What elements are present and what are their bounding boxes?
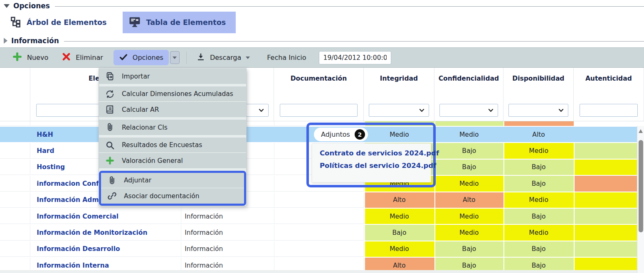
menu-item-label: Relacionar CIs	[122, 124, 168, 131]
cell-autenticidad	[574, 192, 644, 208]
column-header-autenticidad[interactable]: Autenticidad	[574, 68, 644, 100]
cell-select[interactable]	[0, 176, 30, 191]
filter-select-confidencialidad[interactable]	[439, 104, 498, 117]
eliminar-button[interactable]: Eliminar	[56, 50, 109, 65]
menu-item[interactable]: Calcular Dimensiones Acumuladas	[99, 86, 246, 102]
section-informacion: Información	[0, 36, 644, 46]
menu-item-label: Calcular AR	[122, 106, 159, 113]
chevron-down-icon	[487, 107, 494, 114]
section-title: Información	[11, 37, 59, 45]
cell-autenticidad	[574, 127, 644, 142]
table-row[interactable]: Información AdmiAltoAltoMedio	[0, 192, 644, 209]
monitor-icon	[128, 15, 141, 30]
column-header-disponibilidad[interactable]: Disponibilidad	[503, 68, 573, 100]
column-header-integridad[interactable]: Integridad	[364, 68, 434, 100]
cell-autenticidad	[574, 121, 644, 126]
menu-item[interactable]: Relacionar CIs	[99, 120, 246, 135]
cell-elemento[interactable]: Información Comercial	[30, 209, 181, 224]
column-header-confidencialidad[interactable]: Confidencialidad	[434, 68, 504, 100]
filter-input-autenticidad[interactable]	[580, 104, 638, 117]
vertical-scrollbar[interactable]	[637, 126, 644, 273]
cell-autenticidad	[574, 176, 644, 191]
menu-item[interactable]: Importar	[99, 69, 246, 84]
cell-select[interactable]	[0, 209, 30, 224]
menu-item[interactable]: Valoración General	[99, 153, 246, 168]
cell-categoria: Información	[181, 209, 274, 224]
cell-integridad: Bajo	[364, 225, 434, 240]
attachment-link[interactable]: Contrato de servicios 2024.pdf	[320, 149, 431, 157]
table-filter-row	[0, 100, 644, 121]
nuevo-button[interactable]: Nuevo	[7, 50, 54, 65]
descarga-button[interactable]: Descarga	[191, 50, 255, 65]
collapse-arrow-icon[interactable]	[4, 4, 10, 8]
cell-integridad: Medio	[364, 209, 434, 224]
filter-select-disponibilidad[interactable]	[508, 104, 568, 117]
cell-select[interactable]	[0, 225, 30, 240]
cell-elemento[interactable]: Información Desarrollo	[30, 241, 181, 257]
menu-group: Calcular Dimensiones AcumuladasCalcular …	[99, 86, 246, 117]
table-header-row: Elemento Categoría Documentación Integri…	[0, 68, 644, 100]
cell-disponibilidad: Medio	[503, 143, 573, 158]
check-icon	[119, 52, 128, 63]
table-row[interactable]: Información DesarrolloInformaciónMedioBa…	[0, 241, 644, 258]
menu-item-label: Valoración General	[122, 157, 183, 165]
attachment-link[interactable]: Políticas del servicio 2024.pdf	[320, 162, 431, 170]
column-header-documentacion[interactable]: Documentación	[274, 68, 364, 100]
chevron-down-icon	[418, 107, 425, 114]
x-icon	[62, 52, 71, 63]
cell-select[interactable]	[0, 127, 30, 142]
table-bottom-strip	[0, 270, 637, 273]
cell-autenticidad	[574, 225, 644, 240]
column-header-select[interactable]	[0, 68, 30, 100]
table-row[interactable]: Información de MonitorizaciónInformación…	[0, 225, 644, 241]
cell-autenticidad	[574, 209, 644, 224]
cell-select[interactable]	[0, 121, 30, 126]
cell-select[interactable]	[0, 241, 30, 257]
button-label: Opciones	[133, 54, 163, 61]
fecha-inicio-input[interactable]	[319, 51, 391, 64]
table-row[interactable]: Información ComercialInformaciónMedioMed…	[0, 209, 644, 225]
cell-disponibilidad: Bajo	[503, 209, 573, 224]
cell-confidencialidad	[434, 121, 503, 126]
search-icon	[104, 140, 115, 150]
section-opciones: Opciones	[0, 1, 644, 11]
menu-item[interactable]: Adjuntar	[101, 173, 244, 188]
menu-item[interactable]: Resultados de Encuestas	[99, 138, 246, 153]
cell-integridad: Alto	[364, 192, 434, 208]
menu-item[interactable]: Calcular AR	[99, 102, 246, 117]
cell-confidencialidad: Bajo	[434, 160, 503, 175]
cell-disponibilidad: Medio	[503, 192, 573, 208]
cell-select[interactable]	[0, 192, 30, 208]
tab-tabla-de-elementos[interactable]: Tabla de Elementos	[123, 12, 236, 33]
menu-group: Resultados de EncuestasValoración Genera…	[99, 138, 246, 168]
scroll-up-arrow-icon[interactable]	[639, 129, 643, 133]
cell-autenticidad	[574, 241, 644, 257]
cell-documentacion	[274, 241, 364, 257]
opciones-dropdown-arrow[interactable]	[170, 51, 180, 64]
menu-item[interactable]: Asociar documentación	[101, 188, 244, 204]
cell-confidencialidad: Medio	[434, 225, 503, 240]
download-icon	[196, 52, 205, 63]
cell-confidencialidad: Medio	[434, 127, 503, 142]
cell-integridad: Medio	[364, 241, 434, 257]
filter-input-documentacion[interactable]	[280, 104, 358, 117]
cell-confidencialidad: Bajo	[434, 143, 503, 158]
tab-arbol-de-elementos[interactable]: Árbol de Elementos	[4, 12, 117, 33]
opciones-button[interactable]: Opciones	[114, 50, 169, 65]
import-icon	[104, 71, 115, 81]
cell-documentacion	[274, 192, 364, 208]
divider	[186, 52, 187, 64]
cell-select[interactable]	[0, 160, 30, 175]
cell-select[interactable]	[0, 143, 30, 158]
table-toolbar: Nuevo Eliminar Opciones Descarga Fecha I…	[0, 47, 644, 68]
filter-select-integridad[interactable]	[369, 104, 429, 117]
adjuntos-popup: Adjuntos 2 Contrato de servicios 2024.pd…	[306, 123, 436, 187]
expand-arrow-icon[interactable]	[4, 38, 7, 44]
cell-elemento[interactable]: Información de Monitorización	[30, 225, 181, 240]
document-icon	[104, 105, 115, 114]
cell-disponibilidad: Alto	[503, 127, 573, 142]
button-label: Eliminar	[76, 54, 103, 61]
button-label: Descarga	[210, 54, 241, 61]
scrollbar-thumb[interactable]	[639, 140, 643, 232]
cell-confidencialidad: Bajo	[434, 241, 503, 257]
